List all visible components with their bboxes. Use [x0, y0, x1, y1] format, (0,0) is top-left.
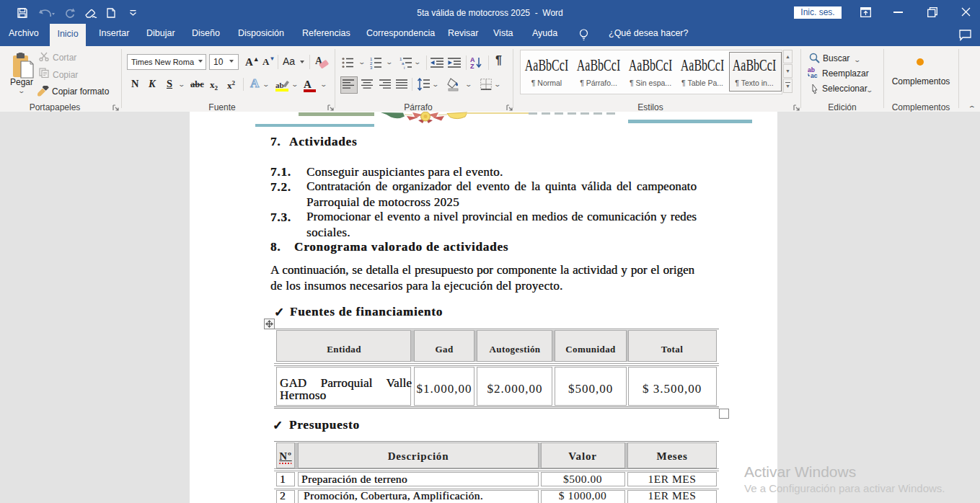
svg-text:Z: Z — [470, 63, 474, 69]
svg-text:ac: ac — [811, 72, 818, 79]
svg-text:i: i — [404, 66, 405, 70]
svg-text:3: 3 — [370, 66, 373, 70]
